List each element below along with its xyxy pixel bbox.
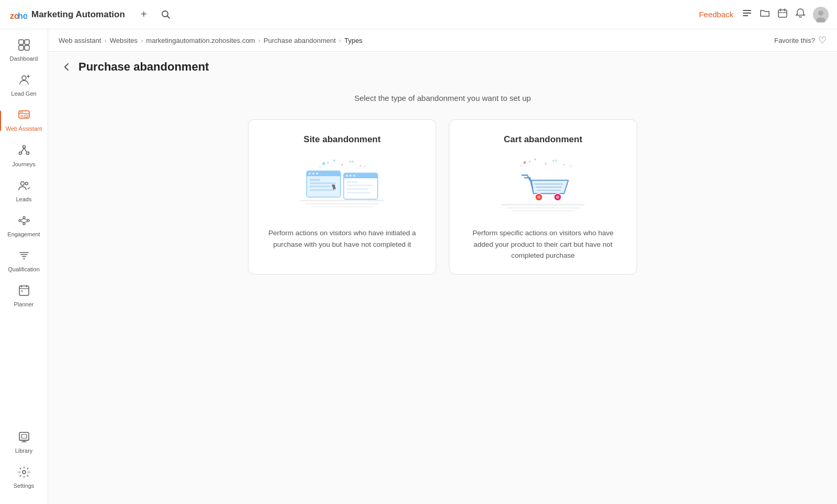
sidebar-item-qualification[interactable]: Qualification [3, 244, 45, 278]
topbar: zo ho Marketing Automation + Feedback [0, 0, 837, 29]
svg-point-29 [19, 152, 21, 154]
svg-point-67 [312, 173, 314, 175]
sidebar-item-leads[interactable]: Leads [3, 174, 45, 208]
sidebar: Dashboard Lead Gen [0, 29, 48, 504]
user-avatar[interactable] [813, 7, 829, 22]
search-button[interactable] [157, 6, 174, 23]
svg-line-42 [20, 221, 24, 223]
page-title: Purchase abandonment [78, 60, 209, 74]
calendar-icon[interactable] [777, 8, 788, 21]
zoho-logo-icon: zo ho [8, 5, 27, 24]
sidebar-item-web-assistant[interactable]: Web Assistant [3, 104, 45, 138]
svg-rect-71 [310, 186, 331, 187]
sidebar-item-lead-gen[interactable]: Lead Gen [3, 68, 45, 102]
svg-line-4 [167, 16, 169, 18]
svg-rect-6 [743, 13, 751, 14]
topbar-actions: + [135, 6, 174, 23]
favorite-area[interactable]: Favorite this? ♡ [774, 35, 827, 46]
svg-text:○: ○ [363, 163, 366, 169]
site-abandonment-desc: Perform actions on visitors who have ini… [263, 227, 421, 250]
svg-line-41 [24, 221, 28, 223]
cart-abandonment-card[interactable]: Cart abandonment + + ○ [449, 119, 637, 274]
sidebar-label-engagement: Engagement [7, 231, 40, 238]
sidebar-item-planner[interactable]: Planner [3, 279, 45, 313]
svg-rect-48 [19, 432, 29, 440]
svg-rect-52 [21, 434, 27, 438]
svg-line-31 [21, 148, 24, 152]
back-button[interactable] [61, 61, 72, 73]
svg-rect-81 [347, 188, 368, 190]
svg-rect-8 [778, 10, 787, 17]
svg-point-101 [537, 196, 540, 199]
search-icon [161, 10, 171, 19]
svg-rect-72 [310, 189, 333, 191]
lead-gen-icon [18, 74, 30, 88]
svg-point-53 [22, 471, 26, 474]
svg-rect-26 [20, 115, 24, 117]
svg-point-54 [323, 163, 325, 165]
main-content: Select the type of abandonment you want … [48, 78, 837, 504]
site-abandonment-title: Site abandonment [303, 134, 380, 145]
svg-rect-79 [347, 181, 357, 183]
svg-point-76 [346, 175, 348, 177]
engagement-icon [18, 214, 30, 229]
sidebar-item-dashboard[interactable]: Dashboard [3, 33, 45, 67]
svg-text:○: ○ [519, 163, 523, 168]
svg-point-68 [316, 173, 318, 175]
sidebar-label-library: Library [15, 448, 33, 454]
breadcrumb-purchase-abandonment[interactable]: Purchase abandonment [264, 37, 336, 44]
content-area: Web assistant › Websites › marketingauto… [48, 29, 837, 504]
svg-rect-75 [344, 176, 378, 178]
breadcrumb-websites[interactable]: Websites [110, 37, 138, 44]
svg-rect-16 [25, 40, 29, 44]
topbar-right-icons [742, 7, 829, 22]
svg-point-55 [333, 159, 335, 162]
svg-point-30 [26, 152, 29, 154]
sidebar-item-journeys[interactable]: Journeys [3, 139, 45, 173]
svg-rect-70 [310, 182, 336, 184]
bell-icon[interactable] [795, 8, 806, 21]
breadcrumb: Web assistant › Websites › marketingauto… [59, 37, 363, 44]
svg-text:○: ○ [569, 163, 572, 169]
svg-rect-69 [310, 179, 320, 181]
breadcrumb-bar: Web assistant › Websites › marketingauto… [48, 29, 837, 52]
cart-abandonment-illustration: + + ○ ○ [496, 154, 590, 217]
qualification-icon [18, 249, 30, 264]
svg-rect-84 [306, 203, 379, 204]
app-logo[interactable]: zo ho Marketing Automation [8, 5, 125, 24]
sidebar-item-settings[interactable]: Settings [3, 461, 45, 495]
add-button[interactable]: + [135, 6, 152, 23]
app-title: Marketing Automation [31, 9, 125, 20]
breadcrumb-web-assistant[interactable]: Web assistant [59, 37, 101, 44]
select-prompt: Select the type of abandonment you want … [61, 94, 824, 102]
svg-line-39 [24, 219, 28, 220]
svg-point-77 [349, 175, 352, 177]
svg-rect-106 [512, 210, 574, 212]
sidebar-label-dashboard: Dashboard [10, 55, 38, 62]
sidebar-bottom: Library Settings [0, 426, 48, 500]
web-assistant-icon [18, 109, 30, 123]
svg-rect-15 [19, 40, 24, 44]
svg-line-40 [20, 219, 24, 220]
svg-text:+: + [528, 159, 531, 165]
sidebar-item-library[interactable]: Library [3, 426, 45, 460]
svg-rect-80 [347, 185, 373, 186]
svg-rect-105 [506, 207, 580, 209]
feedback-button[interactable]: Feedback [699, 10, 733, 19]
svg-point-25 [21, 112, 22, 113]
folder-icon[interactable] [760, 8, 770, 21]
breadcrumb-domain[interactable]: marketingautomation.zohosites.com [146, 37, 255, 44]
site-abandonment-illustration: + + ○ ○ [295, 154, 389, 217]
site-abandonment-card[interactable]: Site abandonment + + ○ [248, 119, 436, 274]
svg-rect-18 [25, 45, 29, 50]
sidebar-item-engagement[interactable]: Engagement [3, 209, 45, 243]
back-arrow-icon [61, 61, 72, 73]
svg-rect-83 [300, 200, 384, 201]
list-view-icon[interactable] [742, 8, 752, 21]
svg-point-34 [25, 182, 28, 185]
library-icon [18, 431, 30, 445]
sidebar-label-lead-gen: Lead Gen [11, 90, 36, 97]
svg-point-90 [563, 164, 565, 166]
breadcrumb-types: Types [344, 37, 363, 44]
svg-point-19 [22, 76, 26, 80]
